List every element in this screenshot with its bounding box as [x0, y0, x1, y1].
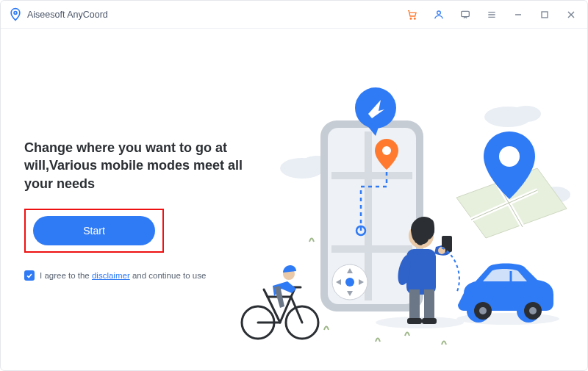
app-window: Aiseesoft AnyCoord [0, 0, 588, 371]
start-button-highlight: Start [24, 209, 164, 253]
close-icon[interactable] [562, 6, 580, 24]
menu-icon[interactable] [483, 6, 501, 24]
svg-rect-35 [422, 318, 437, 324]
svg-rect-32 [409, 289, 420, 322]
disclaimer-link[interactable]: disclaimer [92, 271, 130, 280]
svg-rect-4 [462, 11, 470, 16]
agree-suffix: and continue to use [130, 271, 207, 280]
svg-rect-34 [407, 318, 422, 324]
car-icon [456, 264, 559, 325]
brand: Aiseesoft AnyCoord [8, 7, 108, 22]
maximize-icon[interactable] [536, 6, 553, 24]
app-logo-icon [8, 7, 23, 22]
agree-checkbox[interactable] [24, 270, 35, 281]
agree-text: I agree to the disclaimer and continue t… [40, 271, 206, 280]
feedback-icon[interactable] [456, 6, 474, 24]
titlebar-controls [404, 6, 580, 24]
user-icon[interactable] [430, 6, 448, 24]
joystick-control-icon [332, 264, 368, 300]
left-panel: Change where you want to go at will,Vari… [24, 139, 245, 281]
svg-point-0 [14, 11, 17, 14]
headline-text: Change where you want to go at will,Vari… [24, 139, 245, 192]
hero-illustration [221, 65, 588, 359]
cyclist-icon [242, 265, 318, 339]
titlebar: Aiseesoft AnyCoord [1, 1, 587, 29]
svg-point-44 [529, 307, 537, 314]
svg-rect-9 [542, 12, 548, 18]
minimize-icon[interactable] [509, 6, 527, 24]
svg-point-42 [479, 307, 487, 314]
svg-point-29 [499, 146, 520, 167]
start-button[interactable]: Start [33, 216, 155, 245]
agree-prefix: I agree to the [40, 271, 92, 280]
svg-point-22 [345, 278, 354, 287]
map-tile-icon [456, 132, 567, 238]
svg-point-2 [414, 18, 415, 19]
svg-point-15 [512, 106, 541, 122]
svg-point-20 [382, 146, 391, 155]
agree-row: I agree to the disclaimer and continue t… [24, 270, 245, 281]
cart-icon[interactable] [404, 6, 421, 24]
svg-point-3 [437, 11, 441, 15]
content-area: Change where you want to go at will,Vari… [1, 29, 587, 371]
svg-rect-33 [424, 289, 434, 322]
svg-point-1 [410, 18, 412, 19]
svg-rect-31 [406, 249, 436, 295]
app-title: Aiseesoft AnyCoord [27, 10, 108, 20]
